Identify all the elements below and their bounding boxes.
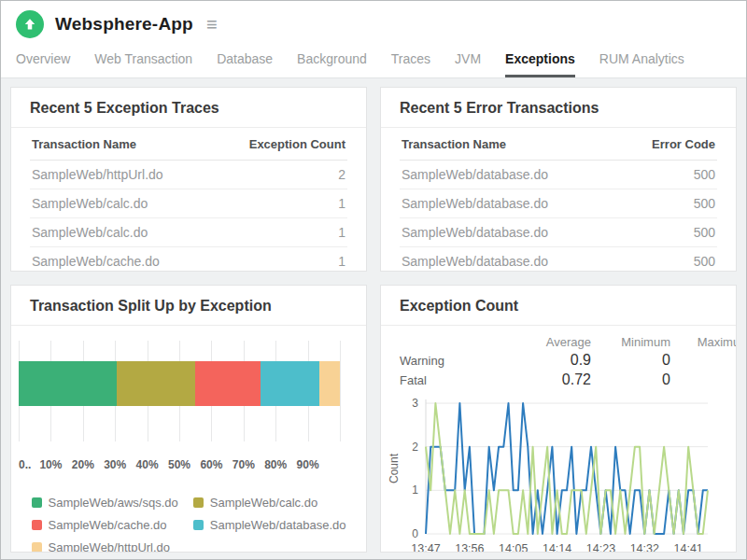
x-tick-label: 40% (136, 458, 159, 471)
dashboard-content: Recent 5 Exception Traces Transaction Na… (1, 78, 746, 560)
stats-row-label: Warning (400, 351, 502, 371)
x-tick-label: 30% (104, 458, 126, 471)
table-row[interactable]: SampleWeb/cache.do1 (30, 247, 347, 273)
stats-column-header: Average (502, 333, 591, 351)
legend-label: SampleWeb/httpUrl.do (49, 540, 171, 553)
tab-overview[interactable]: Overview (16, 51, 70, 77)
app-header: Websphere-App ≡ (1, 1, 746, 38)
table-row[interactable]: SampleWeb/calc.do1 (30, 218, 347, 247)
x-tick-label: 14:32 (630, 542, 659, 553)
x-tick-label: 10% (39, 458, 62, 471)
x-tick-label: 13:56 (455, 542, 484, 553)
value-cell: 500 (619, 247, 717, 273)
bar-segment-sampleweb-calc-do[interactable] (117, 361, 195, 406)
x-tick-label: 90% (297, 458, 319, 471)
transaction-name-cell: SampleWeb/calc.do (30, 189, 220, 218)
transaction-name-cell: SampleWeb/cache.do (30, 247, 220, 273)
panel-title: Recent 5 Error Transactions (381, 88, 736, 128)
x-tick-label: 14:05 (499, 542, 528, 553)
tab-jvm[interactable]: JVM (455, 51, 481, 77)
legend-swatch (32, 542, 42, 553)
tab-web-transaction[interactable]: Web Transaction (94, 51, 192, 77)
column-header: Transaction Name (30, 128, 220, 161)
stats-column-header: Maximum (670, 333, 737, 351)
column-header: Exception Count (220, 128, 347, 161)
table-row[interactable]: SampleWeb/httpUrl.do2 (30, 161, 347, 189)
column-header: Error Code (619, 128, 717, 161)
tab-exceptions[interactable]: Exceptions (505, 51, 575, 77)
x-tick-label: 13:47 (411, 542, 440, 553)
column-header: Transaction Name (400, 128, 619, 161)
value-cell: 2 (220, 161, 347, 189)
x-tick-label: 14:14 (543, 542, 571, 553)
panel-transaction-split: Transaction Split Up by Exception 0..10%… (10, 285, 367, 553)
transaction-name-cell: SampleWeb/calc.do (30, 218, 220, 247)
y-tick-label: 0 (412, 527, 418, 540)
y-axis-label: Count (388, 453, 401, 483)
x-tick-label: 14:23 (586, 542, 615, 553)
x-tick-label: 80% (264, 458, 287, 471)
tab-traces[interactable]: Traces (391, 51, 430, 77)
gridline (340, 341, 341, 441)
stats-value: 0.72 (502, 371, 591, 389)
stats-value: 3 (670, 351, 737, 370)
panel-recent-error-transactions: Recent 5 Error Transactions Transaction … (380, 87, 737, 272)
line-chart: 0123Count13:4713:5614:0514:1414:2314:321… (387, 394, 736, 553)
bar-chart-legend: SampleWeb/aws/sqs.doSampleWeb/calc.doSam… (32, 496, 346, 553)
y-tick-label: 2 (412, 441, 418, 454)
stats-value: 0 (591, 351, 670, 370)
tab-database[interactable]: Database (217, 51, 273, 77)
value-cell: 1 (220, 247, 347, 273)
app-window: Websphere-App ≡ OverviewWeb TransactionD… (0, 0, 747, 560)
legend-label: SampleWeb/cache.do (49, 518, 167, 532)
page-title: Websphere-App (55, 14, 193, 35)
tab-rum-analytics[interactable]: RUM Analytics (599, 51, 684, 77)
panel-recent-exception-traces: Recent 5 Exception Traces Transaction Na… (10, 87, 367, 272)
error-transactions-table: Transaction NameError CodeSampleWeb/data… (400, 128, 717, 272)
table-row[interactable]: SampleWeb/database.do500 (400, 161, 717, 189)
stats-row-warning: Warning0.903 (400, 351, 737, 371)
transaction-name-cell: SampleWeb/database.do (400, 247, 619, 273)
legend-swatch (193, 497, 204, 508)
hamburger-icon[interactable]: ≡ (206, 15, 218, 34)
stacked-bar-chart (11, 326, 366, 441)
value-cell: 500 (619, 189, 717, 218)
transaction-name-cell: SampleWeb/database.do (400, 189, 619, 218)
panel-title: Exception Count (381, 286, 736, 326)
y-tick-label: 3 (412, 397, 418, 410)
line-chart-svg: 0123Count13:4713:5614:0514:1414:2314:321… (387, 394, 723, 553)
bar-segment-sampleweb-database-do[interactable] (261, 361, 318, 406)
legend-item-sampleweb-cache-do[interactable]: SampleWeb/cache.do (32, 518, 178, 532)
tab-bar: OverviewWeb TransactionDatabaseBackgroun… (1, 38, 746, 78)
bar-segment-sampleweb-cache-do[interactable] (195, 361, 261, 406)
stats-row-fatal: Fatal0.7203 (400, 371, 737, 390)
stats-value: 0.9 (502, 351, 591, 370)
monitor-status-badge (16, 10, 44, 38)
table-row[interactable]: SampleWeb/database.do500 (400, 218, 717, 247)
value-cell: 500 (619, 218, 717, 247)
legend-label: SampleWeb/calc.do (210, 496, 317, 510)
table-row[interactable]: SampleWeb/database.do500 (400, 247, 717, 273)
bar-x-axis: 0..10%20%30%40%50%60%70%80%90% (19, 458, 340, 475)
bar-segment-sampleweb-aws-sqs-do[interactable] (19, 361, 117, 406)
up-arrow-icon (23, 18, 36, 31)
stacked-bar (19, 361, 340, 406)
legend-item-sampleweb-aws-sqs-do[interactable]: SampleWeb/aws/sqs.do (32, 496, 178, 510)
tab-background[interactable]: Background (297, 51, 367, 77)
table-row[interactable]: SampleWeb/database.do500 (400, 189, 717, 218)
table-row[interactable]: SampleWeb/calc.do1 (30, 189, 347, 218)
legend-item-sampleweb-httpurl-do[interactable]: SampleWeb/httpUrl.do (32, 540, 178, 553)
x-tick-label: 14:41 (674, 542, 703, 553)
stats-value: 0 (591, 371, 670, 389)
value-cell: 500 (619, 161, 717, 189)
legend-label: SampleWeb/aws/sqs.do (49, 496, 178, 510)
legend-item-sampleweb-database-do[interactable]: SampleWeb/database.do (193, 518, 346, 532)
stats-row-label: Fatal (400, 371, 502, 390)
x-tick-label: 20% (72, 458, 94, 471)
value-cell: 1 (220, 189, 347, 218)
panel-exception-count: Exception Count AverageMinimumMaximumWar… (380, 285, 737, 553)
bar-segment-sampleweb-httpurl-do[interactable] (319, 361, 340, 406)
stats-header-row: AverageMinimumMaximum (400, 333, 737, 351)
legend-item-sampleweb-calc-do[interactable]: SampleWeb/calc.do (193, 496, 346, 510)
x-tick-label: 60% (200, 458, 222, 471)
